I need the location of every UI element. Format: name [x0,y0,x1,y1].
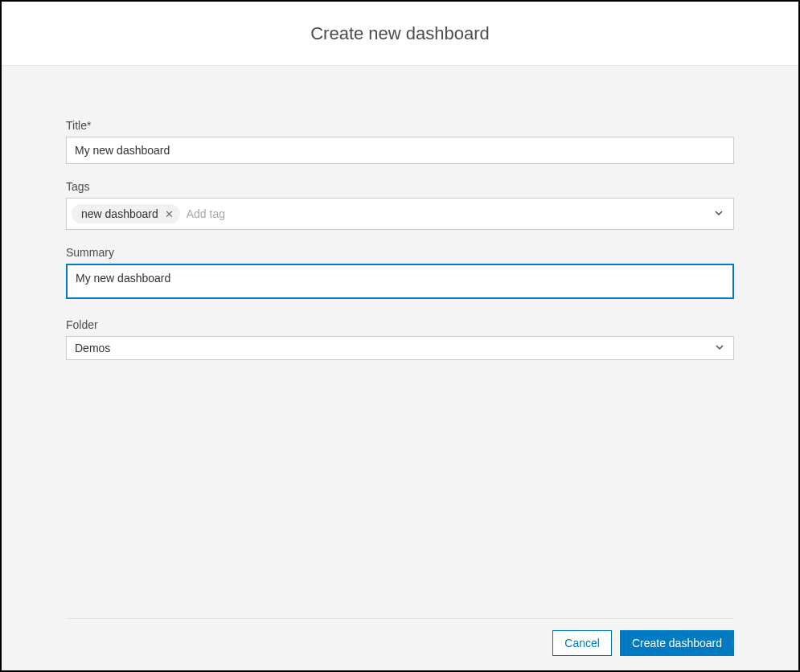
tags-input-wrapper[interactable]: new dashboard ✕ [66,198,734,230]
tag-remove-icon[interactable]: ✕ [165,209,174,219]
dialog-title: Create new dashboard [310,23,490,44]
tag-input[interactable] [187,207,709,220]
tag-chip: new dashboard ✕ [72,204,180,223]
tag-chip-label: new dashboard [81,207,158,220]
create-dashboard-dialog: Create new dashboard Title* Tags new das… [0,0,800,672]
folder-select[interactable]: Demos [66,336,734,360]
summary-textarea[interactable] [66,264,734,299]
tags-field-group: Tags new dashboard ✕ [66,180,734,230]
folder-label: Folder [66,318,734,331]
form-area: Title* Tags new dashboard ✕ Summary [66,119,734,618]
summary-field-group: Summary [66,246,734,302]
chevron-down-icon[interactable] [714,207,724,221]
tags-label: Tags [66,180,734,193]
dialog-footer: Cancel Create dashboard [66,618,734,670]
summary-label: Summary [66,246,734,259]
folder-field-group: Folder Demos [66,318,734,360]
dialog-header: Create new dashboard [2,2,798,66]
create-dashboard-button[interactable]: Create dashboard [620,630,734,656]
folder-select-wrapper: Demos [66,336,734,360]
chevron-down-icon [715,341,724,355]
title-field-group: Title* [66,119,734,164]
title-input[interactable] [66,137,734,164]
title-label: Title* [66,119,734,132]
cancel-button[interactable]: Cancel [552,630,612,656]
dialog-body: Title* Tags new dashboard ✕ Summary [2,66,798,670]
